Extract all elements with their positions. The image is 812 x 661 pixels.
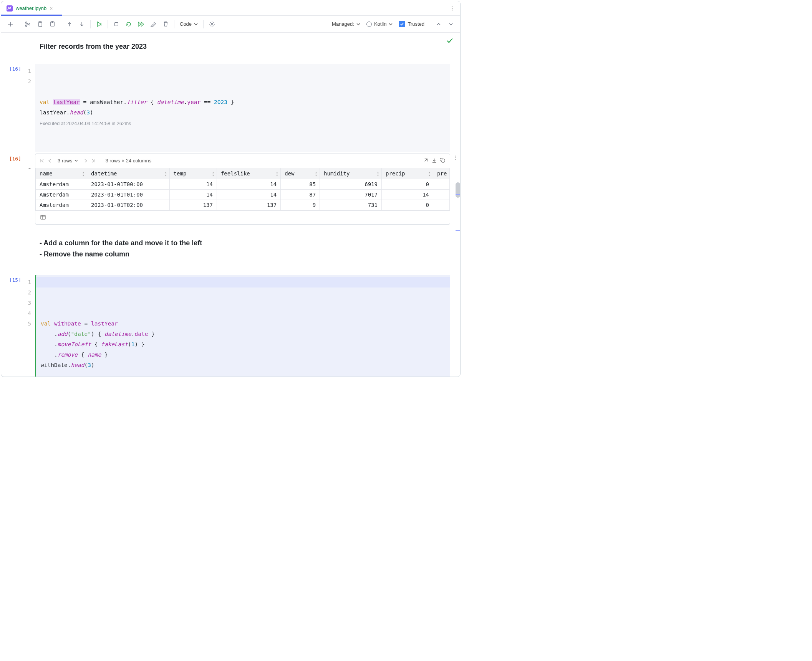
dataframe-output: 3 rows 3 rows × 24 columns name▴▾ dateti… — [35, 154, 450, 225]
column-header[interactable]: temp▴▾ — [169, 168, 217, 179]
tab-weather[interactable]: weather.ipynb × — [1, 1, 58, 15]
table-cell: 2023-01-01T01:00 — [87, 189, 170, 200]
collapse-down-button[interactable] — [446, 19, 456, 30]
column-header[interactable]: name▴▾ — [36, 168, 87, 179]
add-cell-button[interactable] — [5, 19, 16, 30]
table-cell: 14 — [381, 189, 433, 200]
code-token: ( — [83, 109, 87, 116]
trash-icon — [163, 21, 169, 27]
sort-icon: ▴▾ — [377, 171, 379, 177]
code-cell[interactable]: [15] 12345 val withDate = lastYear .add(… — [1, 275, 460, 377]
line-numbers: 12345 — [24, 275, 35, 377]
code-token: . — [123, 99, 127, 105]
code-token: 2023 — [214, 99, 227, 105]
code-token: year — [187, 99, 201, 105]
open-external-button[interactable] — [423, 158, 428, 164]
settings-button[interactable] — [207, 19, 217, 30]
tab-overflow-button[interactable] — [444, 1, 460, 15]
code-token: amsWeather — [90, 99, 123, 105]
copy-button[interactable] — [35, 19, 45, 30]
first-page-button[interactable] — [39, 158, 45, 164]
trusted-toggle[interactable]: Trusted — [396, 21, 427, 27]
close-tab-icon[interactable]: × — [50, 5, 53, 12]
run-all-button[interactable] — [136, 19, 146, 30]
execution-meta: Executed at 2024.04.04 14:24:58 in 262ms — [40, 119, 446, 129]
sort-icon: ▴▾ — [212, 171, 214, 177]
managed-selector[interactable]: Managed: — [330, 21, 363, 27]
code-token: . — [184, 99, 187, 105]
code-editor[interactable]: val lastYear = amsWeather.filter { datet… — [35, 64, 450, 152]
code-editor[interactable]: val withDate = lastYear .add("date") { d… — [35, 275, 450, 377]
cut-button[interactable] — [22, 19, 33, 30]
tab-filename: weather.ipynb — [16, 5, 46, 11]
output-menu-button[interactable] — [452, 155, 458, 160]
sort-icon: ▴▾ — [428, 171, 431, 177]
tab-strip: weather.ipynb × — [1, 1, 460, 16]
table-cell: 137 — [169, 200, 217, 210]
restart-button[interactable] — [123, 19, 134, 30]
code-token: moveToLeft — [58, 341, 91, 347]
output-collapse-button[interactable]: ⌄ — [24, 154, 35, 225]
paste-button[interactable] — [47, 19, 58, 30]
checkbox-checked-icon — [399, 21, 405, 27]
notebook-body[interactable]: Filter records from the year 2023 [16] 1… — [1, 33, 460, 377]
spiral-icon — [440, 158, 446, 164]
markdown-cell[interactable]: Filter records from the year 2023 — [40, 41, 443, 52]
table-row[interactable]: Amsterdam2023-01-01T02:0013713797310 — [36, 200, 450, 210]
code-token: . — [66, 109, 70, 116]
markdown-line: - Remove the name column — [40, 249, 443, 260]
refresh-button[interactable] — [440, 158, 446, 164]
kernel-selector[interactable]: Kotlin — [364, 21, 395, 27]
code-token: == — [201, 99, 214, 105]
download-button[interactable] — [431, 158, 437, 164]
code-token: lastYear — [40, 109, 66, 116]
code-token: { — [147, 99, 157, 105]
column-header[interactable]: humidity▴▾ — [320, 168, 382, 179]
text-caret — [118, 320, 118, 327]
column-header[interactable]: dew▴▾ — [281, 168, 320, 179]
cell-type-selector[interactable]: Code — [177, 21, 200, 27]
last-page-button[interactable] — [91, 158, 96, 164]
table-cell: 137 — [217, 200, 280, 210]
column-header[interactable]: feelslike▴▾ — [217, 168, 280, 179]
sort-icon: ▴▾ — [315, 171, 317, 177]
run-cell-button[interactable] — [94, 19, 104, 30]
rows-label: 3 rows — [58, 158, 72, 164]
code-token: ( — [68, 331, 71, 337]
next-page-button[interactable] — [83, 159, 88, 163]
code-token: } — [138, 341, 144, 347]
markdown-cell[interactable]: - Add a column for the date and move it … — [40, 238, 443, 260]
table-row[interactable]: Amsterdam2023-01-01T00:0014148569190 — [36, 179, 450, 189]
cell-type-label: Code — [180, 21, 192, 27]
code-token: datetime — [104, 331, 131, 337]
stop-button[interactable] — [111, 19, 122, 30]
code-token: ) — [91, 331, 94, 337]
code-cell[interactable]: [16] 12 val lastYear = amsWeather.filter… — [1, 64, 460, 152]
collapse-up-button[interactable] — [433, 19, 444, 30]
column-header[interactable]: precip▴▾ — [381, 168, 433, 179]
kernel-label: Kotlin — [374, 21, 387, 27]
table-cell: 0 — [381, 200, 433, 210]
delete-cell-button[interactable] — [160, 19, 171, 30]
column-header[interactable]: datetime▴▾ — [87, 168, 170, 179]
svg-rect-11 — [41, 215, 45, 219]
svg-rect-9 — [115, 22, 118, 26]
output-cell: [16] ⌄ 3 rows 3 rows × 24 columns — [1, 154, 460, 225]
table-row[interactable]: Amsterdam2023-01-01T01:00141487701714 — [36, 189, 450, 200]
move-up-button[interactable] — [64, 19, 75, 30]
table-cell: Amsterdam — [36, 200, 87, 210]
sort-icon: ▴▾ — [82, 171, 85, 177]
move-down-button[interactable] — [76, 19, 87, 30]
svg-point-1 — [452, 6, 452, 7]
code-token: takeLast — [101, 341, 128, 347]
code-token: head — [70, 109, 83, 116]
clear-outputs-button[interactable] — [148, 19, 159, 30]
eraser-icon — [150, 21, 156, 27]
rows-selector[interactable]: 3 rows — [55, 158, 80, 164]
code-token: name — [88, 352, 101, 358]
arrow-up-icon — [67, 21, 72, 27]
prev-page-button[interactable] — [48, 159, 52, 163]
chevron-down-icon — [389, 22, 393, 26]
column-header[interactable]: pre — [433, 168, 450, 179]
code-token: = — [81, 321, 91, 327]
